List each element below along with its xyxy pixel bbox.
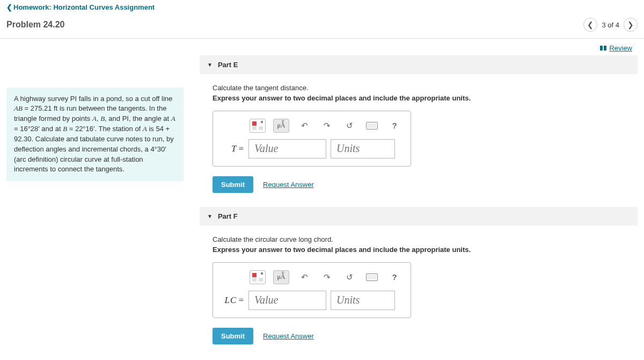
collapse-icon: ▼ (207, 213, 213, 219)
submit-button[interactable]: Submit (213, 328, 253, 344)
prev-problem-button[interactable]: ❮ (583, 18, 597, 32)
reset-icon[interactable]: ↺ (342, 270, 357, 284)
reset-icon[interactable]: ↺ (342, 119, 357, 133)
breadcrumb-label: Homework: Horizontal Curves Assignment (13, 3, 155, 11)
prompt-text: Calculate the tangent distance. (213, 84, 625, 92)
undo-icon[interactable]: ↶ (297, 119, 312, 133)
help-icon[interactable]: ? (387, 119, 402, 133)
template-tool-icon[interactable] (250, 270, 266, 284)
review-link[interactable]: Review (599, 44, 632, 52)
value-input[interactable] (248, 139, 326, 159)
part-title: Part F (218, 212, 238, 220)
units-input[interactable] (331, 291, 395, 310)
problem-nav: ❮ 3 of 4 ❯ (583, 18, 638, 32)
units-tool-icon[interactable]: μÅ (273, 270, 289, 284)
part-title: Part E (218, 61, 238, 69)
problem-title: Problem 24.20 (6, 20, 65, 30)
answer-box: μÅ ↶ ↷ ↺ ? LC= (213, 262, 411, 318)
instruction-text: Express your answer to two decimal place… (213, 246, 625, 254)
collapse-icon: ▼ (207, 62, 213, 68)
problem-position: 3 of 4 (602, 21, 619, 29)
instruction-text: Express your answer to two decimal place… (213, 94, 625, 102)
part-header-e[interactable]: ▼ Part E (200, 55, 638, 74)
submit-button[interactable]: Submit (213, 176, 253, 193)
request-answer-link[interactable]: Request Answer (263, 181, 314, 189)
help-icon[interactable]: ? (387, 270, 402, 284)
variable-label: T= (222, 143, 244, 154)
chevron-left-icon: ❮ (6, 3, 12, 11)
redo-icon[interactable]: ↷ (319, 119, 334, 133)
units-tool-icon[interactable]: μÅ (273, 119, 289, 133)
breadcrumb[interactable]: ❮Homework: Horizontal Curves Assignment (6, 3, 155, 11)
review-label: Review (609, 44, 632, 52)
part-header-f[interactable]: ▼ Part F (200, 207, 638, 226)
undo-icon[interactable]: ↶ (297, 270, 312, 284)
template-tool-icon[interactable] (250, 119, 266, 133)
value-input[interactable] (248, 291, 326, 310)
prompt-text: Calculate the circular curve long chord. (213, 235, 625, 243)
next-problem-button[interactable]: ❯ (624, 18, 638, 32)
answer-box: μÅ ↶ ↷ ↺ ? T= (213, 111, 411, 167)
keyboard-icon[interactable] (364, 119, 379, 133)
request-answer-link[interactable]: Request Answer (263, 332, 314, 340)
units-input[interactable] (331, 139, 395, 159)
book-icon (599, 45, 607, 52)
answer-toolbar: μÅ ↶ ↷ ↺ ? (250, 119, 402, 133)
answer-toolbar: μÅ ↶ ↷ ↺ ? (250, 270, 402, 284)
keyboard-icon[interactable] (364, 270, 379, 284)
variable-label: LC= (222, 295, 244, 306)
redo-icon[interactable]: ↷ (319, 270, 334, 284)
problem-statement: A highway survey PI falls in a pond, so … (6, 88, 184, 182)
